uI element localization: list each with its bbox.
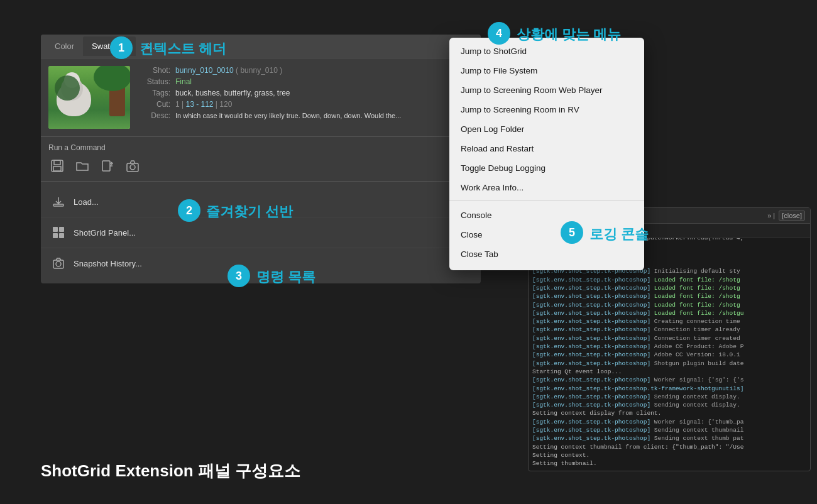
badge-5: 5 — [561, 221, 583, 244]
shot-value: bunny_010_0010 ( bunny_010 ) — [175, 66, 282, 75]
svg-rect-9 — [53, 233, 58, 238]
console-controls: » | [close] — [767, 211, 805, 221]
console-log-line: [sgtk.env.shot_step.tk-photoshop] Loaded… — [532, 292, 806, 300]
shortcuts-icons — [48, 157, 473, 175]
console-log-line: [sgtk.env.shot_step.tk-photoshop] Sendin… — [532, 434, 806, 442]
menu-reload-restart[interactable]: Reload and Restart — [449, 139, 644, 158]
snapshot-history-label: Snapshot History... — [74, 259, 142, 268]
badge-4: 4 — [488, 22, 510, 45]
console-log-line: [sgtk.env.shot_step.tk-photoshop] Loaded… — [532, 301, 806, 309]
console-log-line: [sgtk.env.shot_step.tk-photoshop] Sendin… — [532, 426, 806, 434]
tags-row: Tags: buck, bushes, butterfly, grass, tr… — [139, 89, 473, 97]
menu-jump-shotgrid[interactable]: Jump to ShotGrid — [449, 41, 644, 61]
svg-rect-7 — [53, 227, 58, 232]
console-log-line: [sgtk.env.shot_step.tk-photoshop] Worker… — [532, 418, 806, 426]
shortcut-folder-icon[interactable] — [74, 157, 91, 175]
console-log-line: Setting context. — [532, 451, 806, 459]
cut-row: Cut: 1 | 13 - 112 | 120 — [139, 100, 473, 109]
main-panel: Color Swatches S... ≡ Shot: bunny_010_00… — [41, 35, 481, 283]
svg-point-5 — [130, 165, 135, 170]
console-log-line: Setting context display from client. — [532, 409, 806, 417]
menu-toggle-debug[interactable]: Toggle Debug Logging — [449, 158, 644, 178]
command-shotgrid-label: ShotGrid Panel... — [74, 228, 136, 238]
console-log-line: [sgtk.env.shot_step.tk-photoshop] Loaded… — [532, 276, 806, 284]
bottom-title: ShotGrid Extension 패널 구성요소 — [41, 460, 300, 482]
cut-label: Cut: — [139, 100, 170, 109]
svg-rect-10 — [59, 233, 64, 238]
snapshot-icon — [50, 255, 67, 272]
console-log-line: [sgtk.env.shot_step.tk-photoshop] Adobe … — [532, 342, 806, 351]
console-log-line: Setting thumbnail. — [532, 459, 806, 468]
command-load-label: Load... — [74, 197, 99, 207]
console-log-line: [sgtk.env.shot_step.tk-photoshop] Worker… — [532, 376, 806, 384]
tags-label: Tags: — [139, 89, 170, 97]
annotation-label-5: 로깅 콘솔 — [589, 225, 649, 244]
cut-value: 1 | 13 - 112 | 120 — [175, 100, 232, 109]
menu-jump-screening-web[interactable]: Jump to Screening Room Web Player — [449, 80, 644, 100]
console-log-line: [sgtk.env.shot_step.tk-photoshop] Loaded… — [532, 309, 806, 317]
console-log-line: [sgtk.env.shot_step.tk-photoshop] Adobe … — [532, 351, 806, 359]
menu-jump-screening-rv[interactable]: Jump to Screening Room in RV — [449, 100, 644, 119]
console-close-btn[interactable]: [close] — [779, 211, 805, 221]
desc-row: Desc: In which case it would be very lik… — [139, 111, 473, 121]
status-value: Final — [175, 77, 192, 86]
menu-console[interactable]: Console — [449, 205, 644, 225]
context-header: Shot: bunny_010_0010 ( bunny_010 ) Statu… — [41, 58, 481, 137]
console-log-line: [sgtk.env.shot_step.tk-photoshop] Connec… — [532, 334, 806, 342]
tab-bar: Color Swatches S... ≡ — [41, 35, 481, 58]
shot-thumbnail — [48, 66, 130, 129]
annotation-label-1: 컨텍스트 헤더 — [140, 40, 226, 58]
shortcuts-section: Run a Command — [41, 137, 481, 182]
console-log-line: [sgtk.env.shot_step.tk-photoshop] Shotgu… — [532, 359, 806, 368]
svg-rect-1 — [54, 160, 60, 165]
console-log-line: [sgtk.env.shot_step.tk-photoshop] Creati… — [532, 317, 806, 326]
annotation-label-3: 명령 목록 — [256, 268, 315, 287]
desc-label: Desc: — [139, 111, 170, 120]
badge-3: 3 — [228, 265, 250, 287]
shortcuts-title: Run a Command — [48, 143, 473, 152]
menu-work-area[interactable]: Work Area Info... — [449, 178, 644, 197]
shot-info: Shot: bunny_010_0010 ( bunny_010 ) Statu… — [139, 66, 473, 129]
load-icon — [50, 193, 67, 211]
console-log-line: [sgtk.env.shot_step.tk-photoshop] Sendin… — [532, 401, 806, 409]
menu-open-log[interactable]: Open Log Folder — [449, 119, 644, 139]
annotation-label-4: 상황에 맞는 메뉴 — [517, 25, 621, 44]
badge-2: 2 — [178, 199, 200, 222]
desc-value: In which case it would be very likely tr… — [175, 111, 401, 121]
tags-value: buck, bushes, butterfly, grass, tree — [175, 89, 290, 97]
status-label: Status: — [139, 77, 170, 86]
console-log-line: [sgtk.env.shot_step.tk-photoshop] Connec… — [532, 326, 806, 334]
shortcut-save-icon[interactable] — [48, 157, 66, 175]
tab-color[interactable]: Color — [46, 36, 83, 56]
svg-point-12 — [56, 261, 61, 266]
svg-rect-2 — [53, 167, 61, 171]
annotation-label-2: 즐겨찾기 선반 — [206, 202, 293, 221]
svg-rect-6 — [53, 204, 63, 206]
menu-jump-filesystem[interactable]: Jump to File System — [449, 61, 644, 80]
svg-rect-8 — [59, 227, 64, 232]
shot-label: Shot: — [139, 66, 170, 75]
shortcut-camera-icon[interactable] — [124, 157, 141, 175]
shot-row: Shot: bunny_010_0010 ( bunny_010 ) — [139, 66, 473, 75]
console-log-line: [sgtk.env.shot_step.tk-photoshop] Loaded… — [532, 284, 806, 292]
console-body: [sgtk.ext.tk-photoshop.bootstrap] Toolki… — [529, 238, 810, 471]
menu-divider — [449, 200, 644, 200]
console-arrows: » | — [767, 212, 775, 219]
console-log-line: [sgtk.env.shot_step.tk-photoshop] Sendin… — [532, 393, 806, 401]
console-log-line: Starting Qt event loop... — [532, 368, 806, 376]
shotgrid-panel-icon — [50, 224, 67, 241]
console-log-line: [sgtk.env.shot_step.tk-photoshop.tk-fram… — [532, 385, 806, 393]
menu-close-tab[interactable]: Close Tab — [449, 244, 644, 264]
console-log-line: Setting context thumbnail from client: {… — [532, 443, 806, 451]
badge-1: 1 — [110, 36, 133, 59]
svg-rect-3 — [102, 161, 110, 171]
command-shotgrid-panel[interactable]: ShotGrid Panel... — [41, 217, 481, 248]
status-row: Status: Final — [139, 77, 473, 86]
shortcut-export-icon[interactable] — [99, 157, 116, 175]
